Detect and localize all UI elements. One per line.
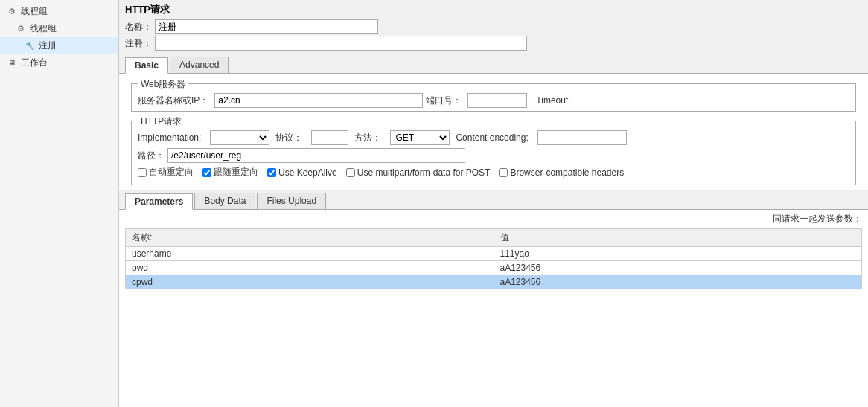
name-row: 名称： [119,16,868,36]
impl-select[interactable] [210,130,269,145]
sidebar-item-label: 线程组 [21,5,48,18]
col-value-header: 值 [494,229,862,247]
web-server-title: Web服务器 [138,78,188,91]
server-input[interactable] [214,93,423,108]
params-section: 同请求一起发送参数： 名称: 值 username111yaopwdaA1234… [119,210,868,407]
impl-label: Implementation: [138,132,201,143]
keep-alive-label: Use KeepAlive [278,167,337,178]
server-label: 服务器名称或IP： [138,94,208,107]
protocol-label: 协议： [275,132,302,144]
http-request-section: HTTP请求 Implementation: 协议： 方法： GET POST … [119,116,868,190]
follow-redirect-checkbox[interactable]: 跟随重定向 [202,166,258,179]
name-input[interactable] [155,19,378,34]
param-value: aA123456 [494,261,862,275]
follow-redirect-input[interactable] [202,168,211,177]
encoding-input[interactable] [537,130,627,145]
params-header-text: 同请求一起发送参数： [773,213,862,225]
port-input[interactable] [467,93,527,108]
multipart-checkbox[interactable]: Use multipart/form-data for POST [346,167,491,178]
sub-tab-files-upload[interactable]: Files Upload [257,193,326,209]
browser-headers-checkbox[interactable]: Browser-compatible headers [499,167,624,178]
gear-icon [15,23,27,35]
web-server-box: Web服务器 服务器名称或IP： 端口号： Timeout [131,83,856,112]
auto-redirect-input[interactable] [138,168,147,177]
http-title: HTTP请求 [125,4,170,15]
http-request-title: HTTP请求 [138,115,185,128]
comment-label: 注释： [125,37,152,50]
path-row: 路径： [138,148,849,163]
sidebar-item-thread-group-1[interactable]: 线程组 [0,3,118,20]
workbench-icon [6,57,18,69]
tab-basic[interactable]: Basic [125,57,168,74]
auto-redirect-checkbox[interactable]: 自动重定向 [138,166,194,179]
encoding-label: Content encoding: [456,132,528,143]
follow-redirect-label: 跟随重定向 [214,166,258,179]
param-value: 111yao [494,247,862,261]
param-name: cpwd [126,275,494,289]
param-value: aA123456 [494,275,862,289]
param-name: username [126,247,494,261]
protocol-input[interactable] [311,130,348,145]
multipart-label: Use multipart/form-data for POST [357,167,491,178]
keep-alive-input[interactable] [267,168,276,177]
auto-redirect-label: 自动重定向 [149,166,194,179]
sidebar-item-register[interactable]: 注册 [0,37,118,54]
table-row[interactable]: cpwdaA123456 [126,275,862,289]
param-name: pwd [126,261,494,275]
main-content: HTTP请求 名称： 注释： Basic Advanced Web服务器 服务器… [119,0,868,407]
method-select[interactable]: GET POST PUT DELETE [390,130,450,145]
params-header: 同请求一起发送参数： [125,210,862,228]
web-server-section: Web服务器 服务器名称或IP： 端口号： Timeout [119,74,868,116]
col-name-header: 名称: [126,229,494,247]
gear-icon [6,6,18,18]
wrench-icon [24,40,36,52]
sidebar-item-thread-group-2[interactable]: 线程组 [0,20,118,37]
browser-headers-input[interactable] [499,168,508,177]
http-req-row1: Implementation: 协议： 方法： GET POST PUT DEL… [138,130,849,145]
sidebar-item-workbench[interactable]: 工作台 [0,54,118,71]
table-row[interactable]: pwdaA123456 [126,261,862,275]
sidebar-item-label: 工作台 [21,57,48,69]
sub-tab-body-data[interactable]: Body Data [194,193,255,209]
web-server-content: 服务器名称或IP： 端口号： Timeout [138,87,849,108]
main-tab-bar: Basic Advanced [119,54,868,74]
sub-tab-parameters[interactable]: Parameters [125,193,193,210]
multipart-input[interactable] [346,168,355,177]
sidebar-item-label: 线程组 [30,22,57,35]
name-label: 名称： [125,21,152,33]
checkboxes-row: 自动重定向 跟随重定向 Use KeepAlive Use multipart/… [138,166,849,179]
method-label: 方法： [354,132,381,144]
port-label: 端口号： [426,94,462,107]
timeout-label: Timeout [536,95,568,106]
path-label: 路径： [138,150,165,162]
http-request-content: Implementation: 协议： 方法： GET POST PUT DEL… [138,124,849,179]
path-input[interactable] [167,148,465,163]
tab-advanced[interactable]: Advanced [170,57,229,73]
top-section: HTTP请求 名称： 注释： Basic Advanced [119,0,868,74]
comment-row: 注释： [119,36,868,54]
keep-alive-checkbox[interactable]: Use KeepAlive [267,167,337,178]
table-row[interactable]: username111yao [126,247,862,261]
browser-headers-label: Browser-compatible headers [510,167,624,178]
params-table: 名称: 值 username111yaopwdaA123456cpwdaA123… [125,228,862,289]
comment-input[interactable] [155,36,527,51]
sidebar: 线程组 线程组 注册 工作台 [0,0,119,407]
sidebar-item-label: 注册 [39,39,57,52]
sub-tab-bar: Parameters Body Data Files Upload [119,190,868,210]
http-request-box: HTTP请求 Implementation: 协议： 方法： GET POST … [131,121,856,185]
